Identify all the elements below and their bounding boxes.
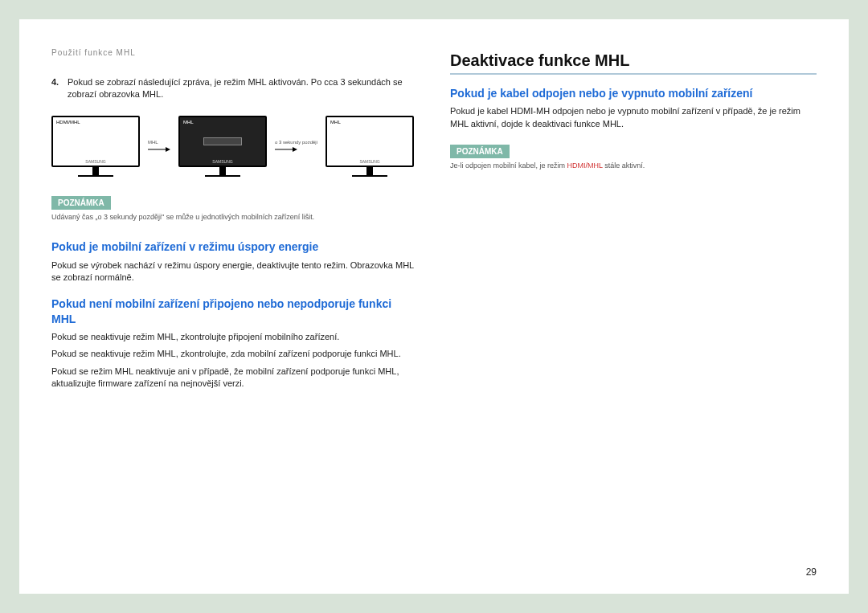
paragraph-b2: Pokud se neaktivuje režim MHL, zkontrolu…: [51, 348, 418, 360]
brand-label: SAMSUNG: [85, 159, 105, 164]
paragraph-b3: Pokud se režim MHL neaktivuje ani v příp…: [51, 366, 418, 390]
screen1-label: HDMI/MHL: [56, 120, 80, 125]
note-label-right: POZNÁMKA: [450, 145, 510, 158]
subheading-unsupported: Pokud není mobilní zařízení připojeno ne…: [51, 296, 418, 325]
paragraph-energy: Pokud se výrobek nachází v režimu úspory…: [51, 260, 418, 284]
note-post: stále aktivní.: [603, 161, 645, 170]
arrow1-label: MHL: [148, 140, 158, 145]
screen2-label: MHL: [183, 120, 194, 125]
right-column: Deaktivace funkce MHL Pokud je kabel odp…: [450, 48, 817, 565]
note-pre: Je-li odpojen mobilní kabel, je režim: [450, 161, 567, 170]
paragraph-b1: Pokud se neaktivuje režim MHL, zkontrolu…: [51, 331, 418, 343]
note-text-right: Je-li odpojen mobilní kabel, je režim HD…: [450, 161, 817, 171]
page-number: 29: [806, 566, 817, 578]
brand-label: SAMSUNG: [212, 159, 232, 164]
step-4: 4. Pokud se zobrazí následující zpráva, …: [51, 76, 418, 101]
subheading-cable: Pokud je kabel odpojen nebo je vypnuto m…: [450, 86, 817, 100]
monitor-3: MHL SAMSUNG: [326, 116, 414, 177]
left-column: Použití funkce MHL 4. Pokud se zobrazí n…: [51, 48, 418, 565]
svg-marker-1: [166, 147, 170, 152]
breadcrumb: Použití funkce MHL: [51, 48, 418, 57]
monitor-diagram: HDMI/MHL SAMSUNG MHL MHL SAMSUNG o 3 sek…: [51, 116, 418, 177]
arrow2-label: o 3 sekundy později: [275, 140, 317, 145]
arrow-1: MHL: [148, 140, 170, 153]
step-number: 4.: [51, 76, 63, 101]
note-text-left: Udávaný čas „o 3 sekundy později" se můž…: [51, 213, 418, 223]
brand-label: SAMSUNG: [359, 159, 379, 164]
monitor-1: HDMI/MHL SAMSUNG: [51, 116, 140, 177]
monitor-2: MHL SAMSUNG: [178, 116, 267, 177]
svg-marker-3: [293, 147, 297, 152]
document-page: Použití funkce MHL 4. Pokud se zobrazí n…: [19, 19, 849, 594]
note-label: POZNÁMKA: [51, 196, 111, 210]
paragraph-cable: Pokud je kabel HDMI-MH odpojen nebo je v…: [450, 105, 817, 130]
screen3-label: MHL: [330, 120, 341, 125]
step-text: Pokud se zobrazí následující zpráva, je …: [68, 76, 418, 101]
subheading-energy: Pokud je mobilní zařízení v režimu úspor…: [51, 239, 418, 254]
heading-deactivate: Deaktivace funkce MHL: [450, 51, 817, 75]
note-red: HDMI/MHL: [567, 161, 603, 170]
arrow-2: o 3 sekundy později: [275, 140, 317, 153]
